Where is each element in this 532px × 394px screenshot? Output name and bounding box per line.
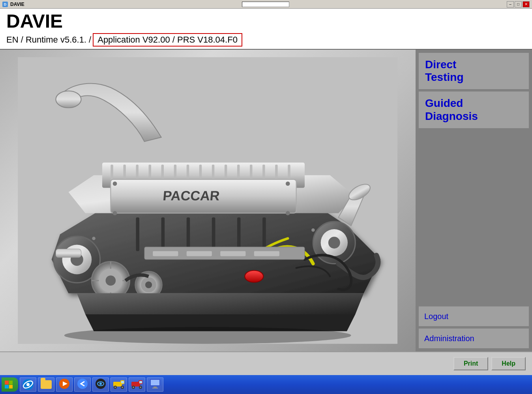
title-bar-controls: – □ ✕ <box>507 1 530 7</box>
bottom-bar: Print Help <box>0 351 532 375</box>
truck-red-icon <box>131 379 143 390</box>
svg-rect-39 <box>212 217 215 251</box>
svg-rect-72 <box>121 381 124 383</box>
svg-point-60 <box>64 327 351 344</box>
minimize-button[interactable]: – <box>507 1 514 7</box>
svg-text:PACCAR: PACCAR <box>163 189 221 204</box>
help-button[interactable]: Help <box>491 357 526 370</box>
sidebar: Direct Testing Guided Diagnosis Logout A… <box>416 50 532 351</box>
svg-rect-87 <box>152 388 158 388</box>
svg-point-51 <box>113 211 117 215</box>
truck-red-taskbar-item[interactable] <box>129 377 145 392</box>
windows-logo <box>5 381 13 388</box>
title-bar-text: DAVIE <box>10 2 24 7</box>
engine-svg: PACCAR <box>10 57 405 344</box>
svg-rect-56 <box>153 251 178 256</box>
close-button[interactable]: ✕ <box>523 1 530 7</box>
svg-point-54 <box>311 228 315 232</box>
svg-point-69 <box>99 383 102 385</box>
monitor-icon <box>150 379 161 390</box>
svg-point-63 <box>26 383 30 386</box>
address-bar[interactable] <box>242 2 289 7</box>
svg-point-19 <box>56 91 81 108</box>
svg-rect-23 <box>56 249 81 257</box>
sidebar-spacer <box>419 131 529 304</box>
svg-rect-86 <box>154 387 157 388</box>
app-icon: D <box>2 2 8 7</box>
svg-rect-85 <box>151 380 159 385</box>
svg-point-83 <box>140 387 141 388</box>
logout-button[interactable]: Logout <box>419 306 529 326</box>
eye-icon <box>95 378 106 391</box>
svg-point-33 <box>145 282 152 288</box>
back-arrow-icon <box>77 378 88 391</box>
svg-point-53 <box>92 237 96 240</box>
subtitle-pre: EN / Runtime v5.6.1. / <box>6 35 91 45</box>
administration-button[interactable]: Administration <box>419 329 529 348</box>
svg-rect-40 <box>237 217 241 251</box>
monitor-taskbar-item[interactable] <box>147 377 163 392</box>
internet-explorer-taskbar-item[interactable] <box>20 377 36 392</box>
truck-yellow-taskbar-item[interactable] <box>111 377 127 392</box>
main-area: PACCAR <box>0 50 532 351</box>
svg-point-49 <box>113 181 117 186</box>
print-button[interactable]: Print <box>453 357 488 370</box>
svg-point-81 <box>133 387 134 388</box>
engine-area: PACCAR <box>0 50 416 351</box>
svg-point-45 <box>328 237 340 248</box>
svg-rect-41 <box>262 217 266 251</box>
back-arrow-taskbar-item[interactable] <box>74 377 91 392</box>
svg-rect-57 <box>187 251 212 256</box>
engine-visual: PACCAR <box>0 50 416 351</box>
mediaplayer-taskbar-item[interactable] <box>56 377 73 392</box>
app-header: DAVIE EN / Runtime v5.6.1. / Application… <box>0 9 532 50</box>
svg-rect-79 <box>139 381 142 383</box>
svg-rect-59 <box>254 251 279 256</box>
svg-rect-37 <box>161 217 165 251</box>
start-button[interactable] <box>2 377 18 392</box>
svg-point-26 <box>106 276 116 286</box>
folder-icon <box>41 380 52 389</box>
svg-rect-36 <box>136 217 140 251</box>
title-bar: D DAVIE – □ ✕ <box>0 0 532 9</box>
guided-diagnosis-button[interactable]: Guided Diagnosis <box>419 91 529 128</box>
svg-point-76 <box>122 387 123 388</box>
eye-taskbar-item[interactable] <box>92 377 109 392</box>
svg-point-74 <box>114 387 116 388</box>
svg-point-50 <box>286 181 290 186</box>
app-subtitle: EN / Runtime v5.6.1. / Application V92.0… <box>6 33 526 47</box>
truck-yellow-icon <box>112 379 125 390</box>
svg-marker-47 <box>77 293 364 314</box>
svg-rect-58 <box>221 251 246 256</box>
svg-rect-38 <box>187 217 190 251</box>
maximize-button[interactable]: □ <box>515 1 522 7</box>
title-bar-center <box>242 2 289 7</box>
svg-point-42 <box>245 271 264 282</box>
subtitle-version-box: Application V92.00 / PRS V18.04.F0 <box>93 33 242 47</box>
svg-point-52 <box>286 211 290 215</box>
title-bar-left: D DAVIE <box>2 2 24 7</box>
taskbar <box>0 375 532 394</box>
internet-explorer-icon <box>22 379 34 390</box>
svg-point-66 <box>77 379 88 389</box>
direct-testing-button[interactable]: Direct Testing <box>419 53 529 89</box>
folder-taskbar-item[interactable] <box>38 377 54 392</box>
app-title: DAVIE <box>6 12 526 31</box>
media-player-icon <box>59 378 70 391</box>
